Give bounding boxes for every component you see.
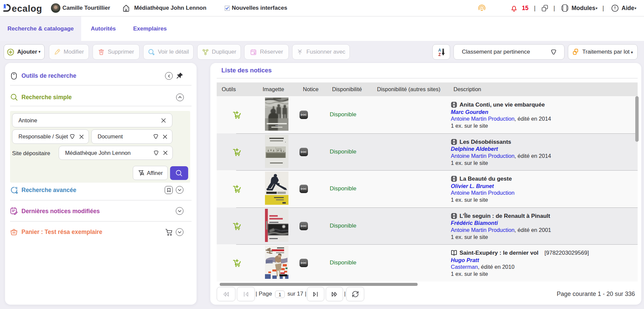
svg-text:Z: Z <box>438 52 441 57</box>
svg-text:ecalog: ecalog <box>12 3 42 14</box>
